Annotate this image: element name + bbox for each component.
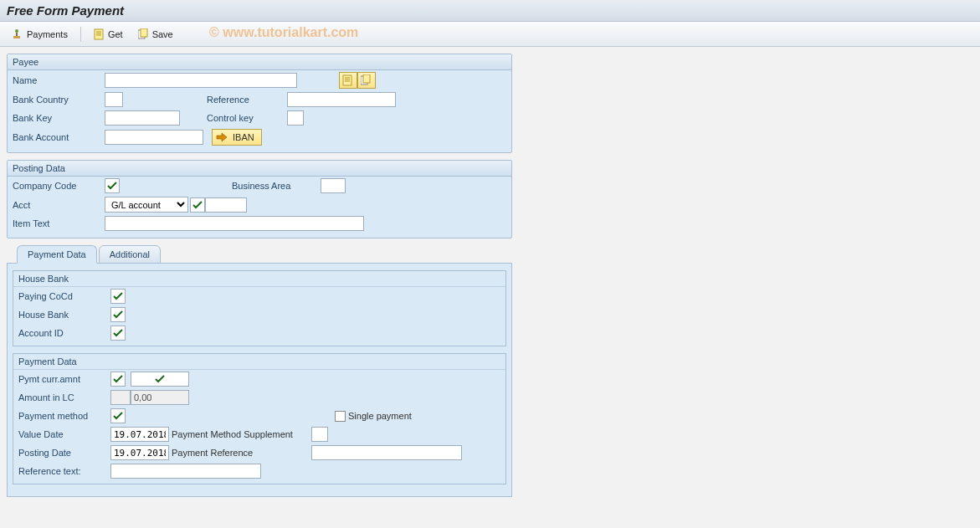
control-key-label: Control key: [203, 113, 287, 123]
bank-key-input[interactable]: [105, 110, 180, 126]
tab-additional[interactable]: Additional: [99, 245, 161, 264]
payee-header: Payee: [8, 54, 511, 70]
save-label: Save: [152, 29, 173, 39]
name-label: Name: [13, 75, 105, 85]
toolbar: Payments Get Save © www.tutorialkart.com: [0, 22, 980, 47]
company-code-input[interactable]: [105, 178, 120, 193]
page-title: Free Form Payment: [0, 0, 980, 22]
payment-method-label: Payment method: [18, 411, 110, 421]
bank-country-label: Bank Country: [13, 95, 105, 105]
tabstrip: Payment Data Additional: [7, 245, 512, 264]
check-icon: [113, 328, 123, 338]
doc-icon: [94, 28, 105, 40]
watermark: © www.tutorialkart.com: [209, 25, 358, 40]
check-icon: [113, 411, 123, 421]
item-text-label: Item Text: [13, 218, 105, 228]
posting-date-label: Posting Date: [18, 448, 110, 458]
item-text-input[interactable]: [105, 216, 364, 231]
posting-date-input[interactable]: [110, 445, 169, 460]
acct-value-input[interactable]: [205, 197, 247, 213]
acct-input[interactable]: [190, 197, 205, 213]
get-label: Get: [108, 29, 123, 39]
tab-body: House Bank Paying CoCd House Bank Accoun…: [7, 263, 512, 497]
value-date-input[interactable]: [110, 427, 169, 442]
reference-input[interactable]: [287, 92, 396, 107]
house-bank-group: House Bank Paying CoCd House Bank Accoun…: [13, 270, 506, 346]
business-area-input[interactable]: [321, 178, 346, 193]
pymt-amnt-input[interactable]: [131, 372, 189, 387]
payment-method-input[interactable]: [110, 408, 126, 423]
arrow-right-icon: [216, 132, 228, 142]
company-code-label: Company Code: [13, 181, 105, 191]
save-button[interactable]: Save: [132, 26, 179, 43]
payment-ref-label: Payment Reference: [169, 448, 311, 458]
house-bank-input[interactable]: [110, 307, 126, 322]
payment-data-header: Payment Data: [13, 354, 505, 370]
check-icon: [113, 291, 123, 301]
pymt-curr-input[interactable]: [110, 372, 126, 387]
single-payment-label: Single payment: [346, 411, 412, 421]
bank-account-label: Bank Account: [13, 132, 105, 142]
check-icon: [192, 200, 203, 210]
pymt-curr-amnt-label: Pymt curr.amnt: [18, 374, 110, 384]
copy-button[interactable]: [357, 72, 376, 89]
house-bank-header: House Bank: [13, 271, 505, 287]
posting-header: Posting Data: [8, 161, 511, 177]
iban-button[interactable]: IBAN: [212, 129, 262, 146]
copy-icon: [361, 74, 372, 86]
bank-country-input[interactable]: [105, 92, 123, 107]
reference-label: Reference: [203, 95, 287, 105]
check-icon: [155, 374, 165, 384]
copy-icon: [138, 28, 150, 40]
check-icon: [107, 181, 117, 191]
account-id-input[interactable]: [110, 326, 126, 341]
business-area-label: Business Area: [228, 181, 321, 191]
payments-label: Payments: [27, 29, 68, 39]
check-icon: [113, 310, 123, 320]
name-input[interactable]: [105, 73, 297, 88]
pms-input[interactable]: [311, 427, 328, 442]
get-button[interactable]: Get: [88, 26, 129, 43]
tree-icon: [13, 28, 24, 40]
check-icon: [113, 374, 123, 384]
bank-key-label: Bank Key: [13, 113, 105, 123]
reference-text-input[interactable]: [110, 464, 261, 479]
payment-ref-input[interactable]: [311, 445, 462, 460]
single-payment-checkbox[interactable]: [335, 411, 346, 422]
tab-payment-data[interactable]: Payment Data: [17, 245, 97, 264]
paying-cocd-label: Paying CoCd: [18, 291, 110, 301]
pms-label: Payment Method Supplement: [169, 429, 311, 439]
acct-label: Acct: [13, 200, 105, 210]
reference-text-label: Reference text:: [18, 466, 110, 476]
payment-data-subgroup: Payment Data Pymt curr.amnt Amount in LC…: [13, 353, 506, 484]
bank-account-input[interactable]: [105, 130, 203, 145]
posting-data-group: Posting Data Company Code Business Area …: [7, 160, 512, 238]
acct-type-select[interactable]: G/L account: [105, 197, 188, 213]
value-date-label: Value Date: [18, 429, 110, 439]
doc-icon: [342, 74, 354, 86]
amount-lc-val-input: [131, 390, 189, 405]
select-doc-button[interactable]: [339, 72, 357, 89]
control-key-input[interactable]: [287, 110, 304, 126]
amount-in-lc-label: Amount in LC: [18, 392, 110, 402]
payments-button[interactable]: Payments: [7, 26, 74, 43]
toolbar-separator: [80, 27, 81, 42]
account-id-label: Account ID: [18, 328, 110, 338]
house-bank-label: House Bank: [18, 310, 110, 320]
payee-group: Payee Name Bank Country Reference Bank K…: [7, 54, 512, 153]
iban-label: IBAN: [233, 132, 254, 142]
amount-lc-curr-input: [110, 390, 131, 405]
paying-cocd-input[interactable]: [110, 289, 126, 304]
